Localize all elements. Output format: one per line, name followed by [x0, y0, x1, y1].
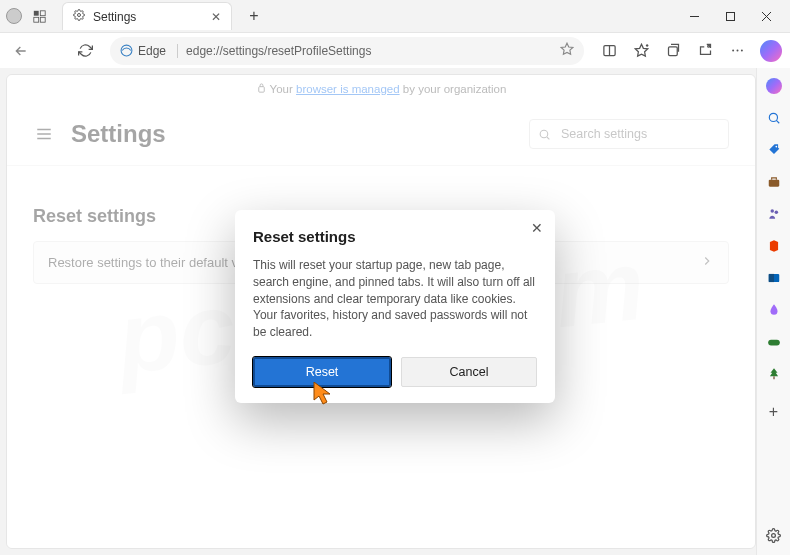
tab-title: Settings: [93, 10, 136, 24]
dialog-body: This will reset your startup page, new t…: [253, 257, 537, 341]
svg-rect-34: [768, 274, 773, 282]
svg-rect-30: [768, 180, 779, 187]
rail-tree-icon[interactable]: [764, 364, 784, 384]
svg-point-17: [707, 45, 709, 47]
toolbar: Edge edge://settings/resetProfileSetting…: [0, 32, 790, 68]
url-text: edge://settings/resetProfileSettings: [186, 44, 371, 58]
site-identity[interactable]: Edge: [120, 44, 178, 58]
svg-rect-6: [726, 12, 734, 20]
rail-search-icon[interactable]: [764, 108, 784, 128]
rail-games-icon[interactable]: [764, 204, 784, 224]
svg-rect-2: [33, 17, 38, 22]
svg-rect-1: [40, 10, 45, 15]
rail-add-button[interactable]: +: [764, 402, 784, 422]
svg-rect-3: [40, 17, 45, 22]
favorites-icon[interactable]: [628, 38, 654, 64]
copilot-icon[interactable]: [760, 40, 782, 62]
close-window-button[interactable]: [748, 2, 784, 30]
svg-point-29: [775, 146, 777, 148]
svg-rect-0: [33, 10, 38, 15]
rail-shopping-icon[interactable]: [764, 140, 784, 160]
rail-gamepad-icon[interactable]: [764, 332, 784, 352]
svg-marker-10: [561, 43, 573, 54]
titlebar-left: Settings ✕ +: [6, 2, 266, 30]
window-controls: [676, 2, 784, 30]
cancel-button[interactable]: Cancel: [401, 357, 537, 387]
extensions-icon[interactable]: [692, 38, 718, 64]
split-screen-icon[interactable]: [596, 38, 622, 64]
svg-rect-36: [773, 376, 774, 379]
svg-point-20: [740, 50, 742, 52]
svg-point-19: [736, 50, 738, 52]
svg-point-4: [78, 14, 81, 17]
svg-rect-35: [768, 340, 780, 346]
titlebar: Settings ✕ +: [0, 0, 790, 32]
rail-outlook-icon[interactable]: [764, 268, 784, 288]
maximize-button[interactable]: [712, 2, 748, 30]
svg-point-37: [772, 533, 776, 537]
tab-actions-icon[interactable]: [28, 5, 50, 27]
tab-close-icon[interactable]: ✕: [211, 10, 221, 24]
svg-point-18: [732, 50, 734, 52]
reset-dialog: ✕ Reset settings This will reset your st…: [235, 210, 555, 403]
minimize-button[interactable]: [676, 2, 712, 30]
rail-m365-icon[interactable]: [764, 236, 784, 256]
svg-point-31: [770, 209, 774, 213]
reset-button[interactable]: Reset: [253, 357, 391, 387]
dialog-title: Reset settings: [253, 228, 537, 245]
rail-copilot-icon[interactable]: [764, 76, 784, 96]
rail-settings-icon[interactable]: [764, 525, 784, 545]
rail-drop-icon[interactable]: [764, 300, 784, 320]
collections-icon[interactable]: [660, 38, 686, 64]
svg-line-28: [776, 120, 779, 123]
site-identity-label: Edge: [138, 44, 166, 58]
back-button[interactable]: [8, 38, 34, 64]
refresh-button[interactable]: [72, 38, 98, 64]
gear-icon: [73, 9, 85, 24]
svg-point-32: [774, 211, 778, 215]
svg-point-27: [769, 113, 777, 121]
more-icon[interactable]: [724, 38, 750, 64]
side-rail: +: [756, 68, 790, 555]
favorite-star-icon[interactable]: [560, 42, 574, 59]
new-tab-button[interactable]: +: [242, 4, 266, 28]
address-bar[interactable]: Edge edge://settings/resetProfileSetting…: [110, 37, 584, 65]
active-tab[interactable]: Settings ✕: [62, 2, 232, 30]
dialog-close-icon[interactable]: ✕: [531, 220, 543, 236]
svg-rect-16: [668, 47, 677, 56]
rail-tools-icon[interactable]: [764, 172, 784, 192]
forward-button: [40, 38, 66, 64]
profile-avatar[interactable]: [6, 8, 22, 24]
